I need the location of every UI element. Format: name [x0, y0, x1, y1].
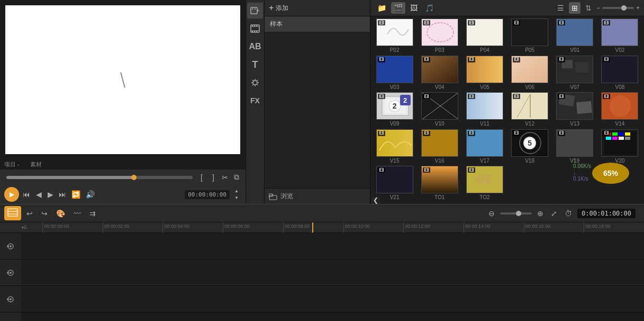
undo-btn[interactable]: ↩	[23, 207, 36, 220]
sort-btn[interactable]: ⇅	[583, 2, 594, 14]
preview-canvas	[5, 5, 240, 154]
track-labels	[0, 233, 21, 321]
copy-btn[interactable]: ⧉	[232, 172, 241, 183]
svg-rect-44	[576, 101, 592, 114]
upload-speed: ↑ 0.06K/s	[573, 157, 591, 169]
tool-video[interactable]	[247, 3, 263, 19]
tool-title[interactable]: T	[247, 57, 263, 73]
music-btn[interactable]: 🎵	[422, 2, 437, 14]
volume-btn[interactable]: 🔊	[84, 189, 96, 200]
image-btn[interactable]: 🖼	[407, 2, 420, 14]
film-badge: 🎞	[468, 20, 475, 25]
thumb-v07[interactable]: 🎞V07	[553, 56, 597, 92]
thumb-p04[interactable]: 🎞P04	[462, 19, 506, 55]
folder-btn[interactable]: 📁	[375, 2, 389, 14]
add-track-btn[interactable]: +/-	[21, 225, 28, 230]
collapse-panel-btn[interactable]: ❮	[370, 197, 380, 204]
sample-item[interactable]: 样本	[265, 16, 370, 32]
thumb-v17[interactable]: 🎞V17	[462, 129, 506, 165]
thumb-v05[interactable]: 🎞V05	[462, 56, 506, 92]
time-down-btn[interactable]: ▼	[232, 194, 241, 201]
svg-rect-2	[252, 8, 253, 10]
grid-view-btn[interactable]: ⊞	[569, 2, 580, 14]
film-badge: 🎞	[378, 94, 385, 99]
thumb-v16[interactable]: 🎞V16	[418, 129, 461, 165]
thumb-v02[interactable]: 🎞V02	[598, 19, 642, 55]
next-frame-btn[interactable]: ⏭	[57, 189, 68, 200]
thumb-label: V05	[480, 84, 489, 90]
scissors-btn[interactable]: ✂	[220, 172, 230, 183]
film-badge: 🎞	[558, 57, 565, 63]
thumb-v12[interactable]: 🎞V12	[507, 92, 551, 128]
timeline-mode-btn[interactable]	[4, 206, 21, 220]
prev-frame-btn[interactable]: ⏮	[21, 189, 32, 200]
play-button[interactable]: ▶	[4, 187, 19, 202]
track-label-2[interactable]	[0, 260, 21, 286]
audio-btn[interactable]: 〰	[70, 207, 84, 220]
film-badge: 🎞	[468, 167, 475, 173]
thumb-v06[interactable]: 🎞V06	[507, 56, 551, 92]
special-badge: CE	[477, 173, 493, 186]
thumb-label: V08	[615, 84, 625, 90]
thumb-v01[interactable]: 🎞V01	[553, 19, 597, 55]
thumb-p05[interactable]: 🎞P05	[507, 19, 551, 55]
thumb-v14[interactable]: 🎞V14	[598, 92, 642, 128]
track-label-1[interactable]	[0, 233, 21, 260]
project-label: 项目 -	[4, 160, 20, 168]
thumb-p03[interactable]: 🎞P03	[418, 19, 461, 55]
motion-btn[interactable]: ⇉	[86, 207, 99, 220]
ruler-mark: 00:00:12:00	[403, 222, 464, 233]
tool-fx[interactable]: FX	[247, 93, 263, 109]
bracket-right-btn[interactable]: ]	[208, 172, 218, 183]
thumb-label: V04	[435, 84, 445, 90]
film-badge: 🎞	[513, 57, 520, 63]
timeline-section: +/- 00:00:00:0000:00:02:0000:00:04:0000:…	[0, 222, 644, 321]
svg-rect-12	[256, 31, 257, 32]
track-label-3[interactable]	[0, 286, 21, 313]
bracket-left-btn[interactable]: [	[197, 172, 206, 183]
preview-cursor	[120, 72, 125, 87]
media-panel: + 添加 样本 浏览	[265, 0, 370, 204]
browse-bar[interactable]: 浏览	[265, 188, 370, 204]
svg-rect-66	[8, 209, 17, 216]
prev-btn[interactable]: ◀	[34, 189, 43, 200]
add-button[interactable]: + 添加	[269, 3, 288, 13]
thumb-v10[interactable]: 🎞V10	[418, 92, 461, 128]
ruler-mark: 00:00:06:00	[223, 222, 283, 233]
thumb-v13[interactable]: 🎞V13	[553, 92, 597, 128]
thumb-v15[interactable]: 🎞V15	[373, 129, 416, 165]
video-clip-btn[interactable]: 🎬	[391, 2, 405, 14]
thumb-to1[interactable]: 🎞TO1	[418, 166, 461, 202]
list-view-btn[interactable]: ☰	[555, 2, 567, 14]
film-badge: 🎞	[378, 167, 385, 173]
thumb-v11[interactable]: 🎞V11	[462, 92, 506, 128]
next-btn[interactable]: ▶	[46, 189, 55, 200]
clock-btn[interactable]: ⏱	[563, 208, 574, 219]
thumb-p02[interactable]: 🎞P02	[373, 19, 416, 55]
loop-btn[interactable]: 🔁	[70, 189, 82, 200]
redo-btn[interactable]: ↪	[38, 207, 51, 220]
thumb-label: V14	[615, 121, 625, 127]
svg-marker-1	[257, 10, 259, 12]
thumb-to2[interactable]: 🎞CETO2	[462, 166, 506, 202]
color-btn[interactable]: 🎨	[53, 207, 68, 220]
tool-effect[interactable]	[247, 75, 263, 91]
zoom-slider[interactable]	[500, 212, 532, 215]
zoom-in-btn[interactable]: ⊕	[535, 208, 546, 219]
thumb-v09[interactable]: 🎞22V09	[373, 92, 416, 128]
thumb-v18[interactable]: 🎞5V18	[507, 129, 551, 165]
tool-text[interactable]: AB	[247, 39, 263, 55]
zoom-out-btn[interactable]: ⊖	[486, 208, 497, 219]
preview-progress[interactable]	[6, 176, 193, 179]
thumb-v20[interactable]: 🎞V20	[598, 129, 642, 165]
film-badge: 🎞	[378, 131, 385, 136]
tool-film[interactable]	[247, 21, 263, 37]
thumb-v04[interactable]: 🎞V04	[418, 56, 461, 92]
time-up-btn[interactable]: ▲	[232, 188, 241, 194]
film-badge: 🎞	[558, 20, 565, 25]
fit-btn[interactable]: ⤢	[549, 208, 559, 219]
thumb-v08[interactable]: 🎞V08	[598, 56, 642, 92]
thumb-label: P05	[525, 47, 534, 53]
film-badge: 🎞	[468, 131, 475, 136]
thumb-v03[interactable]: 🎞V03	[373, 56, 416, 92]
